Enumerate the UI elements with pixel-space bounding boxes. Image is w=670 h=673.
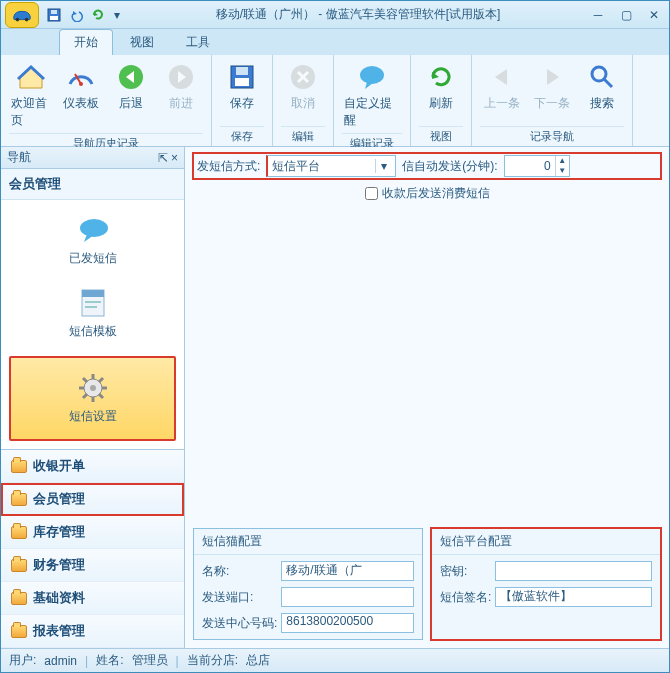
svg-point-22: [90, 385, 96, 391]
after-pay-checkbox[interactable]: [365, 187, 378, 200]
prev-record-button: 上一条: [480, 59, 524, 114]
next-record-button: 下一条: [530, 59, 574, 114]
gear-icon: [77, 372, 109, 404]
svg-rect-11: [236, 67, 248, 75]
qat-save-icon[interactable]: [45, 6, 63, 24]
home-button[interactable]: 欢迎首页: [9, 59, 53, 131]
svg-rect-20: [85, 306, 97, 308]
qat-dropdown-icon[interactable]: ▾: [111, 6, 123, 24]
svg-point-16: [80, 219, 108, 237]
save-icon: [226, 61, 258, 93]
svg-point-1: [25, 17, 29, 21]
arrow-left-icon: [486, 61, 518, 93]
search-button[interactable]: 搜索: [580, 59, 624, 114]
gauge-icon: [65, 61, 97, 93]
pin-icon[interactable]: ⇱: [158, 151, 168, 165]
folder-icon: [11, 460, 27, 473]
config-boxes: 短信猫配置 名称: 移动/联通（广 发送端口: 发送中心号码: 86138002…: [193, 528, 661, 644]
refresh-icon: [425, 61, 457, 93]
quick-access-toolbar: ▾: [45, 6, 123, 24]
svg-rect-19: [85, 301, 101, 303]
platform-key-input[interactable]: [495, 561, 652, 581]
close-button[interactable]: ✕: [643, 7, 665, 23]
ribbon: 欢迎首页 仪表板 后退 前进 导航历史记录 保存 保存 取消 编辑 自定义提醒 …: [1, 55, 669, 147]
spin-up-icon[interactable]: ▲: [556, 156, 569, 166]
nav-cat-cashier[interactable]: 收银开单: [1, 450, 184, 483]
svg-rect-10: [235, 78, 249, 86]
modem-config-title: 短信猫配置: [194, 529, 422, 555]
chat-bubble-icon: [77, 214, 109, 246]
sms-method-label: 发短信方式:: [197, 158, 260, 175]
refresh-button[interactable]: 刷新: [419, 59, 463, 114]
svg-rect-4: [51, 10, 57, 14]
ribbon-group-edit: 取消 编辑: [273, 55, 334, 146]
folder-icon: [11, 592, 27, 605]
chat-icon: [356, 61, 388, 93]
sms-method-row: 发短信方式: 短信平台 ▾ 信自动发送(分钟): 0 ▲▼: [193, 153, 661, 179]
app-window: ▾ 移动/联通（广州） - 傲蓝汽车美容管理软件[试用版本] ─ ▢ ✕ 开始 …: [0, 0, 670, 673]
arrow-right-icon: [165, 61, 197, 93]
qat-refresh-icon[interactable]: [89, 6, 107, 24]
template-icon: [77, 287, 109, 319]
modem-name-input[interactable]: 移动/联通（广: [281, 561, 414, 581]
tab-tools[interactable]: 工具: [171, 29, 225, 55]
content-pane: 发短信方式: 短信平台 ▾ 信自动发送(分钟): 0 ▲▼ 收款后发送消费短信 …: [185, 147, 669, 648]
nav-header: 导航 ⇱ ×: [1, 147, 184, 169]
modem-center-input[interactable]: 8613800200500: [281, 613, 414, 633]
ribbon-group-record: 自定义提醒 编辑记录: [334, 55, 411, 146]
platform-sign-input[interactable]: 【傲蓝软件】: [495, 587, 652, 607]
minimize-button[interactable]: ─: [587, 7, 609, 23]
nav-cat-finance[interactable]: 财务管理: [1, 549, 184, 582]
status-bar: 用户:admin | 姓名:管理员 | 当前分店:总店: [1, 648, 669, 672]
close-nav-icon[interactable]: ×: [171, 151, 178, 165]
auto-send-label: 信自动发送(分钟):: [402, 158, 497, 175]
nav-item-sms-template[interactable]: 短信模板: [1, 281, 184, 354]
save-button[interactable]: 保存: [220, 59, 264, 114]
arrow-right-icon: [536, 61, 568, 93]
sms-method-combo[interactable]: 短信平台 ▾: [266, 155, 396, 177]
nav-categories: 收银开单 会员管理 库存管理 财务管理 基础资料 报表管理: [1, 449, 184, 648]
svg-rect-3: [50, 16, 58, 20]
title-bar: ▾ 移动/联通（广州） - 傲蓝汽车美容管理软件[试用版本] ─ ▢ ✕: [1, 1, 669, 29]
maximize-button[interactable]: ▢: [615, 7, 637, 23]
ribbon-group-nav: 欢迎首页 仪表板 后退 前进 导航历史记录: [1, 55, 212, 146]
modem-port-input[interactable]: [281, 587, 414, 607]
nav-group-title: 会员管理: [1, 169, 184, 200]
nav-cat-inventory[interactable]: 库存管理: [1, 516, 184, 549]
nav-pane: 导航 ⇱ × 会员管理 已发短信 短信模板 短信设置: [1, 147, 185, 648]
svg-line-30: [83, 394, 87, 398]
nav-items: 已发短信 短信模板 短信设置: [1, 200, 184, 449]
folder-icon: [11, 625, 27, 638]
svg-point-14: [592, 67, 606, 81]
remind-button[interactable]: 自定义提醒: [342, 59, 402, 131]
nav-item-sent-sms[interactable]: 已发短信: [1, 208, 184, 281]
folder-icon: [11, 493, 27, 506]
dashboard-button[interactable]: 仪表板: [59, 59, 103, 131]
cancel-button: 取消: [281, 59, 325, 114]
nav-cat-member[interactable]: 会员管理: [1, 483, 184, 516]
svg-line-27: [83, 378, 87, 382]
platform-config-title: 短信平台配置: [432, 529, 660, 555]
app-icon: [5, 2, 39, 28]
house-icon: [15, 61, 47, 93]
qat-undo-icon[interactable]: [67, 6, 85, 24]
arrow-left-icon: [115, 61, 147, 93]
nav-cat-basic[interactable]: 基础资料: [1, 582, 184, 615]
back-button[interactable]: 后退: [109, 59, 153, 131]
ribbon-group-save: 保存 保存: [212, 55, 273, 146]
modem-config-box: 短信猫配置 名称: 移动/联通（广 发送端口: 发送中心号码: 86138002…: [193, 528, 423, 640]
tab-view[interactable]: 视图: [115, 29, 169, 55]
folder-icon: [11, 526, 27, 539]
auto-send-spinner[interactable]: 0 ▲▼: [504, 155, 570, 177]
svg-line-15: [604, 79, 612, 87]
tab-start[interactable]: 开始: [59, 29, 113, 55]
window-title: 移动/联通（广州） - 傲蓝汽车美容管理软件[试用版本]: [129, 6, 587, 23]
cancel-icon: [287, 61, 319, 93]
nav-item-sms-settings[interactable]: 短信设置: [9, 356, 176, 441]
search-icon: [586, 61, 618, 93]
main-area: 导航 ⇱ × 会员管理 已发短信 短信模板 短信设置: [1, 147, 669, 648]
ribbon-tabs: 开始 视图 工具: [1, 29, 669, 55]
nav-cat-report[interactable]: 报表管理: [1, 615, 184, 648]
spin-down-icon[interactable]: ▼: [556, 166, 569, 176]
ribbon-group-view: 刷新 视图: [411, 55, 472, 146]
